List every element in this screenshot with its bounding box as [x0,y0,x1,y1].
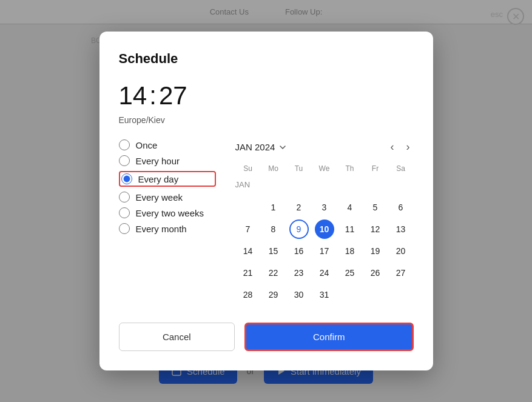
day-header-sa: Sa [388,162,414,175]
month-label-row: JAN [235,178,414,194]
calendar-day-5[interactable]: 5 [366,198,385,217]
next-month-button[interactable]: › [403,139,414,155]
modal-footer: Cancel Confirm [119,323,414,351]
timezone-label: Europe/Kiev [119,115,414,125]
option-every-hour[interactable]: Every hour [119,155,216,166]
calendar-day-7[interactable]: 7 [238,219,258,239]
calendar-body: 1234567891011121314151617181920212223242… [235,196,414,306]
radio-every-hour[interactable] [119,155,130,166]
day-header-mo: Mo [261,162,286,175]
calendar-week-2: 14151617181920 [235,240,414,262]
time-colon: : [149,81,157,110]
time-hour: 14 [119,81,147,110]
modal-title: Schedule [119,51,414,67]
calendar-day-24[interactable]: 24 [315,263,334,283]
calendar-day-8[interactable]: 8 [264,219,283,239]
day-header-we: We [312,162,337,175]
calendar-day-10[interactable]: 10 [315,219,334,239]
day-header-su: Su [235,162,261,175]
calendar-day-31[interactable]: 31 [315,285,334,304]
label-every-month: Every month [136,224,187,234]
radio-every-month[interactable] [119,223,130,234]
calendar-day-11[interactable]: 11 [340,219,360,239]
calendar-day-12[interactable]: 12 [366,219,385,239]
modal-body: Once Every hour Every day Every week [119,139,414,306]
dropdown-arrow-icon [278,143,287,152]
label-every-hour: Every hour [136,156,180,166]
label-once: Once [136,140,158,150]
calendar-day-14[interactable]: 14 [238,241,258,261]
calendar-day-21[interactable]: 21 [238,263,258,283]
calendar-day-23[interactable]: 23 [289,263,309,283]
calendar-day-2[interactable]: 2 [289,198,309,217]
calendar-day-19[interactable]: 19 [366,241,385,261]
calendar-day-empty-0 [238,198,258,217]
option-every-month[interactable]: Every month [119,223,216,234]
calendar-day-29[interactable]: 29 [264,285,283,304]
calendar-day-empty-5 [366,285,385,304]
month-year-label: JAN 2024 [235,142,275,152]
calendar-day-27[interactable]: 27 [391,263,411,283]
calendar-header-row: Su Mo Tu We Th Fr Sa [235,162,414,175]
option-once[interactable]: Once [119,139,216,150]
calendar-day-22[interactable]: 22 [264,263,283,283]
prev-month-button[interactable]: ‹ [387,139,398,155]
confirm-button[interactable]: Confirm [244,323,413,351]
day-header-th: Th [337,162,363,175]
day-header-tu: Tu [286,162,312,175]
calendar-grid: Su Mo Tu We Th Fr Sa JAN 123456789101112… [235,162,414,306]
calendar-day-28[interactable]: 28 [238,285,258,304]
calendar-week-4: 28293031 [235,284,414,306]
month-header: JAN 2024 ‹ › [235,139,414,155]
calendar-day-26[interactable]: 26 [366,263,385,283]
label-every-day: Every day [138,174,179,184]
calendar-week-1: 78910111213 [235,218,414,240]
calendar-day-20[interactable]: 20 [391,241,411,261]
calendar-week-3: 21222324252627 [235,262,414,284]
calendar-day-empty-6 [391,285,411,304]
label-every-two-weeks: Every two weeks [136,208,204,218]
cancel-button[interactable]: Cancel [119,323,235,351]
calendar-week-0: 123456 [235,196,414,218]
calendar-day-empty-4 [340,285,360,304]
calendar-day-13[interactable]: 13 [391,219,411,239]
option-every-day[interactable]: Every day [119,171,216,187]
calendar-day-16[interactable]: 16 [289,241,309,261]
month-label: JAN [235,178,414,194]
radio-every-day[interactable] [121,173,132,184]
time-minute: 27 [159,81,187,110]
calendar-day-15[interactable]: 15 [264,241,283,261]
time-display: 14 : 27 [119,81,414,110]
close-button[interactable]: ✕ [505,6,526,27]
esc-label: esc [491,10,503,19]
calendar-day-17[interactable]: 17 [315,241,334,261]
calendar-day-6[interactable]: 6 [391,198,411,217]
calendar-day-30[interactable]: 30 [289,285,309,304]
option-every-week[interactable]: Every week [119,192,216,203]
calendar-day-25[interactable]: 25 [340,263,360,283]
calendar-day-9[interactable]: 9 [289,219,309,239]
calendar-day-3[interactable]: 3 [315,198,334,217]
month-nav: ‹ › [387,139,414,155]
calendar-day-1[interactable]: 1 [264,198,283,217]
label-every-week: Every week [136,192,183,203]
radio-once[interactable] [119,139,130,150]
frequency-options: Once Every hour Every day Every week [119,139,216,306]
calendar-section: JAN 2024 ‹ › Su Mo [235,139,414,306]
option-every-two-weeks[interactable]: Every two weeks [119,207,216,218]
schedule-modal: Schedule 14 : 27 Europe/Kiev Once Every … [99,32,433,370]
radio-every-week[interactable] [119,192,130,203]
calendar-day-4[interactable]: 4 [340,198,360,217]
overlay: esc ✕ Schedule 14 : 27 Europe/Kiev Once [0,0,532,402]
month-selector[interactable]: JAN 2024 [235,142,288,152]
close-circle: ✕ [507,8,524,25]
day-header-fr: Fr [363,162,388,175]
calendar-day-18[interactable]: 18 [340,241,360,261]
radio-every-two-weeks[interactable] [119,207,130,218]
